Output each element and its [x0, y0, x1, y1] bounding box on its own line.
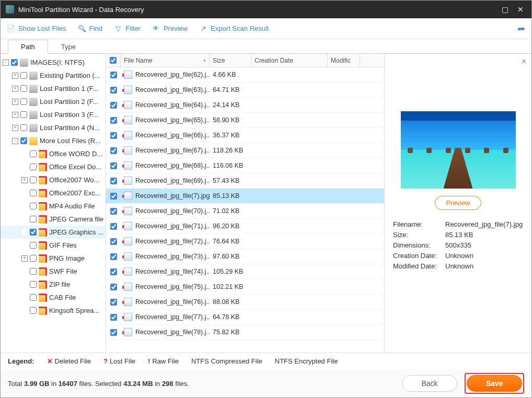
tree-checkbox[interactable]	[30, 242, 37, 249]
filter-button[interactable]: ▽ Filter	[114, 25, 141, 33]
expand-icon[interactable]: +	[12, 86, 18, 92]
row-checkbox[interactable]	[106, 72, 121, 78]
tree-checkbox[interactable]	[30, 281, 37, 288]
header-checkbox[interactable]	[106, 54, 121, 67]
tree-checkbox[interactable]	[30, 177, 37, 183]
row-checkbox[interactable]	[106, 102, 121, 109]
tree-node[interactable]: Office2007 Exc...	[1, 186, 106, 200]
column-creation-date[interactable]: Creation Date	[251, 54, 328, 67]
tree-node[interactable]: MP4 Audio File	[1, 200, 106, 213]
tree-checkbox[interactable]	[30, 307, 37, 314]
tree-checkbox[interactable]	[30, 268, 37, 275]
file-row[interactable]: Recovered_jpg_file(70).j...71.02 KB	[106, 204, 384, 219]
tree-checkbox[interactable]	[20, 137, 27, 144]
maximize-button[interactable]: ▢	[499, 4, 511, 15]
preview-close-button[interactable]: ×	[522, 57, 526, 66]
tree-checkbox[interactable]	[20, 111, 27, 118]
tree-node[interactable]: +Office2007 Wo...	[1, 173, 106, 186]
file-row[interactable]: Recovered_jpg_file(69).j...57.43 KB	[106, 173, 384, 189]
tree-node[interactable]: GIF Files	[1, 239, 106, 252]
row-checkbox[interactable]	[106, 299, 121, 306]
file-row[interactable]: Recovered_jpg_file(78).j...75.82 KB	[106, 325, 384, 340]
find-button[interactable]: 🔍 Find	[78, 25, 102, 33]
expand-icon[interactable]: +	[12, 73, 18, 79]
file-row[interactable]: Recovered_jpg_file(65).j...58.90 KB	[106, 113, 384, 128]
tree-node[interactable]: -IMAGES(I: NTFS)	[1, 56, 106, 69]
file-row[interactable]: Recovered_jpg_file(71).j...96.20 KB	[106, 219, 384, 234]
tree-node[interactable]: ZIP file	[1, 278, 106, 291]
row-checkbox[interactable]	[106, 178, 121, 184]
expand-icon[interactable]: +	[12, 112, 18, 118]
row-checkbox[interactable]	[106, 284, 121, 290]
row-checkbox[interactable]	[106, 253, 121, 260]
file-row[interactable]: Recovered_jpg_file(66).j...36.37 KB	[106, 128, 384, 143]
file-row[interactable]: Recovered_jpg_file(68).j...116.06 KB	[106, 158, 384, 173]
expand-icon[interactable]: +	[12, 125, 18, 131]
file-row[interactable]: Recovered_jpg_file(67).j...118.26 KB	[106, 143, 384, 158]
file-row[interactable]: Recovered_jpg_file(77).j...64.78 KB	[106, 310, 384, 325]
file-row[interactable]: Recovered_jpg_file(75).j...102.21 KB	[106, 279, 384, 295]
tree-node[interactable]: +Lost Partition 2 (F...	[1, 95, 106, 108]
save-button[interactable]: Save	[467, 375, 522, 392]
share-button[interactable]: ➦	[517, 25, 525, 33]
tree-checkbox[interactable]	[20, 124, 27, 131]
row-checkbox[interactable]	[106, 238, 121, 245]
file-row[interactable]: Recovered_jpg_file(73).j...97.60 KB	[106, 249, 384, 264]
tree-node[interactable]: -More Lost Files (R...	[1, 134, 106, 147]
tree-node[interactable]: +PNG Image	[1, 252, 106, 265]
tree-node[interactable]: Office WORD D...	[1, 147, 106, 160]
row-checkbox[interactable]	[106, 268, 121, 275]
tree-checkbox[interactable]	[30, 163, 37, 170]
file-row[interactable]: Recovered_jpg_file(63).j...64.71 KB	[106, 83, 384, 98]
export-button[interactable]: ↗ Export Scan Result	[199, 25, 269, 33]
row-checkbox[interactable]	[106, 117, 121, 124]
tab-type[interactable]: Type	[48, 40, 89, 54]
tree-checkbox[interactable]	[30, 190, 37, 196]
column-filename[interactable]: File Name▾	[121, 54, 210, 67]
tree-checkbox[interactable]	[30, 255, 37, 262]
preview-button[interactable]: 👁 Preview	[152, 25, 188, 33]
row-checkbox[interactable]	[106, 87, 121, 93]
tree-checkbox[interactable]	[30, 203, 37, 209]
row-checkbox[interactable]	[106, 162, 121, 169]
folder-tree[interactable]: -IMAGES(I: NTFS)+Existing Partition (...…	[1, 54, 106, 353]
expand-icon[interactable]: +	[21, 177, 28, 183]
back-button[interactable]: Back	[402, 375, 457, 392]
collapse-icon[interactable]: -	[12, 138, 18, 144]
tree-checkbox[interactable]	[20, 85, 27, 92]
tree-node[interactable]: +Lost Partition 3 (F...	[1, 108, 106, 121]
show-lost-files-button[interactable]: 📄 Show Lost Files	[7, 25, 66, 33]
tree-node[interactable]: CAB File	[1, 291, 106, 304]
row-checkbox[interactable]	[106, 329, 121, 336]
expand-icon[interactable]: +	[21, 255, 28, 262]
file-row[interactable]: Recovered_jpg_file(74).j...105.29 KB	[106, 264, 384, 279]
column-size[interactable]: Size	[210, 54, 251, 67]
tree-node[interactable]: +Lost Partition 4 (N...	[1, 121, 106, 134]
tree-checkbox[interactable]	[20, 72, 27, 79]
file-row[interactable]: Recovered_jpg_file(7).jpg85.13 KB	[106, 189, 384, 204]
preview-open-button[interactable]: Preview	[435, 196, 481, 210]
tree-node[interactable]: Office Excel Do...	[1, 160, 106, 173]
expand-icon[interactable]: +	[12, 99, 18, 105]
tree-node[interactable]: +Lost Partition 1 (F...	[1, 82, 106, 95]
row-checkbox[interactable]	[106, 147, 121, 154]
titlebar[interactable]: MiniTool Partition Wizard - Data Recover…	[1, 1, 531, 18]
file-row[interactable]: Recovered_jpg_file(64).j...24.14 KB	[106, 98, 384, 113]
tree-checkbox[interactable]	[20, 98, 27, 105]
tree-checkbox[interactable]	[30, 216, 37, 223]
row-checkbox[interactable]	[106, 314, 121, 321]
tree-node[interactable]: +Existing Partition (...	[1, 69, 106, 82]
tree-node[interactable]: JPEG Camera file	[1, 213, 106, 226]
tab-path[interactable]: Path	[8, 40, 48, 54]
row-checkbox[interactable]	[106, 208, 121, 215]
close-button[interactable]: ✕	[515, 4, 526, 15]
file-rows[interactable]: Recovered_jpg_file(62).j...4.66 KBRecove…	[106, 67, 384, 353]
tree-checkbox[interactable]	[30, 229, 37, 236]
file-row[interactable]: Recovered_jpg_file(76).j...88.08 KB	[106, 295, 384, 310]
row-checkbox[interactable]	[106, 223, 121, 230]
tree-node[interactable]: Kingsoft Sprea...	[1, 304, 106, 317]
tree-node[interactable]: SWF File	[1, 265, 106, 278]
tree-checkbox[interactable]	[11, 59, 18, 66]
column-modified[interactable]: Modific	[328, 54, 360, 67]
tree-node[interactable]: JPEG Graphics ...	[1, 226, 106, 239]
